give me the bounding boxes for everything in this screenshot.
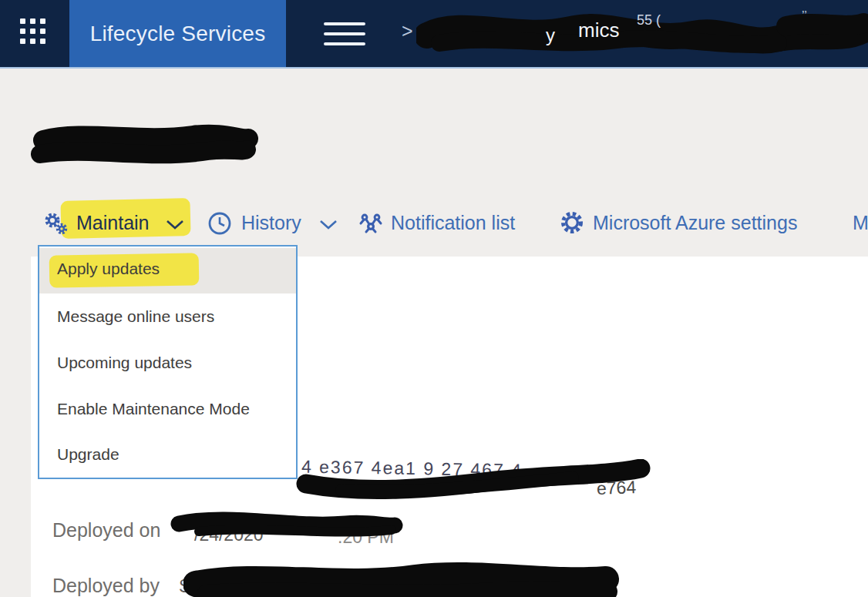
gears-icon xyxy=(42,211,72,237)
hamburger-menu-icon[interactable] xyxy=(324,22,365,45)
menu-item-apply-updates[interactable]: Apply updates xyxy=(39,248,296,293)
chevron-down-icon[interactable] xyxy=(165,219,185,231)
environment-id-fragment: e764 xyxy=(597,477,637,499)
top-nav-bar: Lifecycle Services > y mics 55 ( ’’ xyxy=(0,0,868,69)
deployed-by-label: Deployed by xyxy=(52,575,160,597)
deployed-on-label: Deployed on xyxy=(52,519,160,542)
clock-icon xyxy=(207,211,232,236)
environment-toolbar: Maintain History Notification list xyxy=(0,199,868,242)
menu-item-label: Upcoming updates xyxy=(57,354,192,372)
menu-item-message-online-users[interactable]: Message online users xyxy=(39,296,296,341)
breadcrumb-fragment: mics xyxy=(578,18,619,42)
app-title[interactable]: Lifecycle Services xyxy=(69,0,286,67)
toolbar-item-truncated[interactable]: M xyxy=(853,212,868,234)
breadcrumb-fragment: y xyxy=(546,25,555,46)
lcs-app-window: Lifecycle Services > y mics 55 ( ’’ Main… xyxy=(0,0,868,597)
menu-item-label: Enable Maintenance Mode xyxy=(57,400,250,418)
breadcrumb-fragment: 55 ( xyxy=(637,12,661,29)
menu-item-label: Message online users xyxy=(57,307,214,326)
redaction-scribble-page-title xyxy=(31,120,259,169)
deployed-by-fragment: S xyxy=(179,576,190,597)
menu-item-label: Apply updates xyxy=(57,260,160,278)
deployed-on-date-fragment: /24/2020 xyxy=(194,525,264,545)
breadcrumb-separator: > xyxy=(402,20,413,42)
gear-icon xyxy=(559,210,585,236)
menu-item-label: Upgrade xyxy=(57,445,119,464)
maintain-dropdown-menu: Apply updates Message online users Upcom… xyxy=(38,245,298,479)
chevron-down-icon[interactable] xyxy=(318,219,338,231)
toolbar-item-history[interactable]: History xyxy=(241,212,301,234)
menu-item-upcoming-updates[interactable]: Upcoming updates xyxy=(39,342,296,387)
breadcrumb-fragment: ’’ xyxy=(802,9,807,23)
toolbar-item-notification-list[interactable]: Notification list xyxy=(391,212,515,234)
toolbar-item-azure-settings[interactable]: Microsoft Azure settings xyxy=(593,212,797,234)
menu-item-enable-maintenance-mode[interactable]: Enable Maintenance Mode xyxy=(39,388,296,434)
menu-item-upgrade[interactable]: Upgrade xyxy=(39,434,296,479)
environment-id-fragment: 4 e367 4ea1 9 27 467 4 xyxy=(301,456,523,481)
app-launcher-icon[interactable] xyxy=(20,18,51,49)
notification-icon xyxy=(358,210,384,235)
deployed-on-time-fragment: :20 PM xyxy=(338,527,394,548)
toolbar-item-maintain[interactable]: Maintain xyxy=(76,212,150,234)
